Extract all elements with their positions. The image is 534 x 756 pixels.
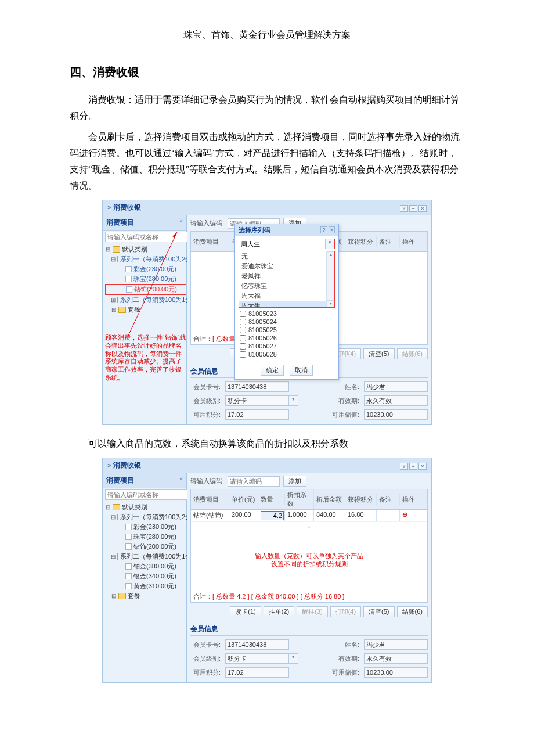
serial-checkbox-row[interactable]: 81005028 <box>239 350 335 358</box>
help-icon[interactable]: ? <box>320 226 327 233</box>
expiry-label: 有效期: <box>329 397 359 405</box>
cell-after: 840.00 <box>314 510 345 521</box>
clear-button[interactable]: 清空(5) <box>363 606 394 617</box>
folder-icon <box>113 246 120 253</box>
serial-checkbox[interactable] <box>240 335 246 341</box>
unhold-button[interactable]: 解挂(3) <box>297 606 327 617</box>
cell-item: 钻饰(钻饰) <box>191 510 229 521</box>
serial-modal: 选择序列码?× ▾ 无 爱迪尔珠宝 老凤祥 忆芯珠宝 周大福 周大生 ▴▾ <box>234 224 339 380</box>
checkout-button[interactable]: 结账(6) <box>397 348 428 359</box>
brand-option[interactable]: 爱迪尔珠宝 <box>239 261 334 271</box>
tree-search-input[interactable] <box>105 489 190 500</box>
tree-leaf[interactable]: 黄金(310.00元) <box>134 582 176 591</box>
side-title: 消费项目 <box>106 476 134 485</box>
close-icon[interactable]: × <box>418 205 427 212</box>
serial-checkbox[interactable] <box>240 351 246 358</box>
add-button[interactable]: 添加 <box>283 476 306 487</box>
clear-button[interactable]: 清空(5) <box>363 348 394 359</box>
app-window-2: » 消费收银 ?–× 消费项目« × 🔍 ⊟默认类别 ⊟系列一（每消费100为2… <box>102 458 432 683</box>
card-label: 会员卡号: <box>190 383 221 391</box>
level-label: 会员级别: <box>190 654 221 663</box>
cell-price: 200.00 <box>229 510 258 521</box>
serial-checkbox[interactable] <box>240 327 246 333</box>
points-label: 可用积分: <box>190 668 221 677</box>
doc-header: 珠宝、首饰、黄金行业会员管理解决方案 <box>70 29 464 41</box>
tree-leaf[interactable]: 彩金(230.00元) <box>134 523 176 531</box>
tree-leaf[interactable]: 铂金(380.00元) <box>134 562 176 571</box>
minimize-icon[interactable]: – <box>409 205 417 212</box>
scroll-up-icon[interactable]: ▴ <box>327 251 334 258</box>
chevron-down-icon[interactable]: ▾ <box>325 239 334 249</box>
svg-marker-1 <box>172 232 177 237</box>
leaf-icon <box>125 534 132 540</box>
tree-toggle[interactable]: ⊞ <box>111 307 117 313</box>
name-label: 姓名: <box>329 383 359 391</box>
collapse-icon[interactable]: « <box>179 218 183 228</box>
serial-checkbox[interactable] <box>240 311 246 317</box>
tree-leaf[interactable]: 银金(340.00元) <box>134 572 176 581</box>
category-tree[interactable]: ⊟默认类别 ⊟系列一（每消费100为2分） 彩金(230.00元) 珠宝(280… <box>103 501 186 603</box>
scrollbar[interactable]: ▴▾ <box>326 251 334 307</box>
close-icon[interactable]: × <box>418 463 427 470</box>
tree-toggle[interactable]: ⊟ <box>105 504 111 510</box>
hold-button[interactable]: 挂单(2) <box>264 606 294 617</box>
code-input[interactable] <box>228 476 280 487</box>
tree-node[interactable]: 套餐 <box>128 592 140 600</box>
level-select[interactable] <box>225 395 289 406</box>
card-field[interactable] <box>225 381 289 392</box>
serial-checkbox-row[interactable]: 81005026 <box>239 334 335 342</box>
scroll-down-icon[interactable]: ▾ <box>327 300 334 307</box>
tree-toggle[interactable]: ⊟ <box>111 553 116 560</box>
folder-icon <box>117 256 118 262</box>
leaf-icon <box>125 573 132 579</box>
cancel-button[interactable]: 取消 <box>290 365 313 376</box>
points-label: 可用积分: <box>190 411 221 419</box>
serial-checkbox-row[interactable]: 81005027 <box>239 342 335 350</box>
member-info-title: 会员信息 <box>190 623 428 636</box>
tree-toggle[interactable]: ⊟ <box>111 514 116 520</box>
brand-combo[interactable]: ▾ <box>239 239 335 249</box>
chevron-down-icon[interactable]: ▾ <box>289 653 298 664</box>
ok-button[interactable]: 确定 <box>261 365 284 376</box>
serial-checkbox[interactable] <box>240 343 246 350</box>
serial-checkbox-row[interactable]: 81005024 <box>239 318 335 326</box>
chevron-down-icon[interactable]: ▾ <box>289 395 298 406</box>
brand-option-list[interactable]: 无 爱迪尔珠宝 老凤祥 忆芯珠宝 周大福 周大生 ▴▾ <box>239 251 335 308</box>
serial-checkbox-row[interactable]: 81005025 <box>239 326 335 334</box>
window-controls[interactable]: ?–× <box>399 462 427 470</box>
card-field[interactable] <box>225 639 289 650</box>
qty-input[interactable] <box>261 511 284 520</box>
print-button[interactable]: 打印(4) <box>330 606 361 617</box>
table-row[interactable]: 钻饰(钻饰) 200.00 1.0000 840.00 16.80 ⊖ <box>191 510 427 522</box>
tree-toggle[interactable]: ⊟ <box>105 246 111 253</box>
tree-node[interactable]: 默认类别 <box>122 503 147 512</box>
serial-checkbox-row[interactable]: 81005023 <box>239 309 335 318</box>
help-icon[interactable]: ? <box>400 463 408 470</box>
brand-option[interactable]: 无 <box>239 251 334 261</box>
tree-toggle[interactable]: ⊞ <box>111 297 116 303</box>
window-controls[interactable]: ?–× <box>399 204 427 212</box>
brand-combo-input[interactable] <box>239 239 325 249</box>
collapse-icon[interactable]: « <box>179 476 183 485</box>
tree-leaf[interactable]: 钻饰(200.00元) <box>134 542 176 551</box>
delete-icon[interactable]: ⊖ <box>402 511 407 518</box>
brand-option[interactable]: 老凤祥 <box>239 271 334 281</box>
help-icon[interactable]: ? <box>400 205 408 212</box>
minimize-icon[interactable]: – <box>409 463 417 470</box>
tree-leaf[interactable]: 珠宝(280.00元) <box>134 532 176 541</box>
level-select[interactable] <box>225 653 289 664</box>
expiry-field <box>364 653 428 664</box>
app-title: 消费收银 <box>113 203 141 211</box>
tree-toggle[interactable]: ⊞ <box>111 593 117 599</box>
tree-toggle[interactable]: ⊟ <box>111 256 116 262</box>
brand-option[interactable]: 周大福 <box>239 291 334 301</box>
serial-checkbox[interactable] <box>240 319 246 325</box>
brand-option[interactable]: 忆芯珠宝 <box>239 281 334 291</box>
brand-option-selected[interactable]: 周大生 <box>239 301 334 308</box>
checkout-button[interactable]: 结账(6) <box>397 606 428 617</box>
arrow-up-icon: ↑ <box>191 523 427 532</box>
read-card-button[interactable]: 读卡(1) <box>230 606 261 617</box>
leaf-icon <box>125 543 132 550</box>
code-label: 请输入编码: <box>190 477 224 485</box>
close-icon[interactable]: × <box>329 226 335 233</box>
